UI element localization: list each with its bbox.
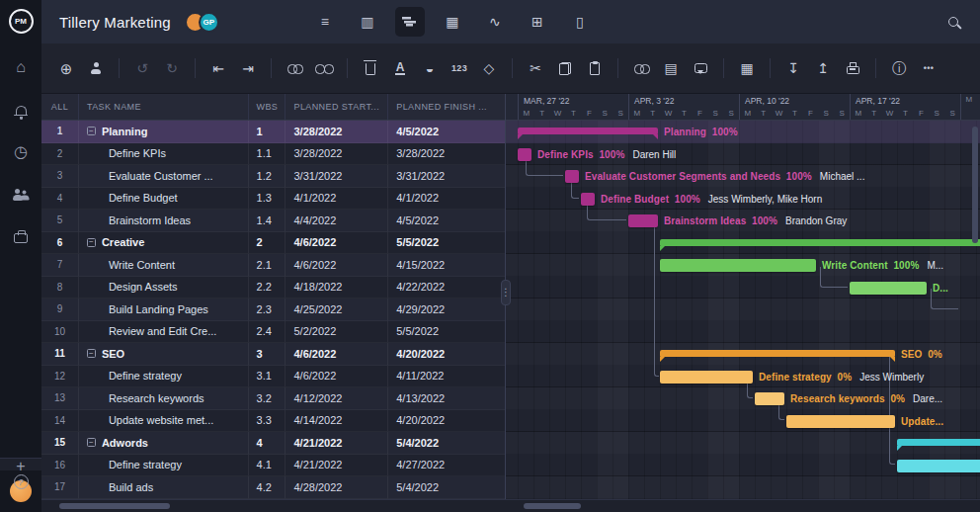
column-header-finish[interactable]: PLANNED FINISH ... (388, 94, 505, 120)
column-header-wbs[interactable]: WBS (249, 94, 286, 120)
collapse-icon[interactable]: − (87, 127, 96, 135)
pm-logo[interactable]: PM (9, 9, 34, 34)
gantt-bar[interactable] (660, 239, 980, 246)
table-row[interactable]: 13Research keywords3.24/12/20224/13/2022 (41, 387, 505, 410)
pane-splitter[interactable] (501, 280, 511, 305)
gantt-bar[interactable] (850, 282, 927, 295)
add-button[interactable]: + (0, 459, 41, 474)
delete-button[interactable] (358, 56, 383, 81)
collapse-icon[interactable]: − (87, 238, 96, 247)
member-avatar[interactable]: GP (199, 12, 219, 33)
search-button[interactable] (940, 9, 966, 35)
gantt-bar[interactable] (660, 259, 816, 272)
board-view-tab[interactable]: ▥ (353, 7, 382, 37)
table-row[interactable]: 14Update website met...3.34/14/20224/20/… (41, 410, 505, 433)
gantt-bar[interactable] (660, 371, 753, 384)
redo-button[interactable]: ↻ (159, 56, 185, 81)
task-name-cell[interactable]: Review and Edit Cre... (79, 321, 249, 344)
task-name-cell[interactable]: −Creative (79, 232, 249, 255)
vertical-scroll-thumb[interactable] (972, 127, 978, 243)
attach-link-button[interactable] (628, 56, 654, 81)
number-format-button[interactable]: 123 (447, 56, 472, 81)
more-options-button[interactable]: ••• (916, 56, 941, 81)
task-name-cell[interactable]: Evaluate Customer ... (79, 165, 249, 188)
projects-button[interactable] (0, 215, 41, 258)
table-row[interactable]: 2Define KPIs1.13/28/20223/28/2022 (41, 143, 505, 166)
table-row[interactable]: 3Evaluate Customer ...1.23/31/20223/31/2… (41, 165, 505, 188)
columns-button[interactable]: ▦ (734, 56, 760, 81)
chart-view-tab[interactable]: ∿ (480, 7, 510, 37)
task-name-cell[interactable]: Build Landing Pages (79, 299, 249, 321)
home-button[interactable]: ⌂ (0, 45, 41, 88)
gantt-bar[interactable] (786, 415, 895, 428)
task-name-cell[interactable]: Write Content (79, 254, 249, 277)
notifications-button[interactable] (0, 88, 41, 130)
gantt-bar[interactable] (628, 214, 658, 227)
gantt-bar[interactable] (565, 170, 579, 183)
sheet-view-tab[interactable]: ▦ (438, 7, 467, 37)
gantt-scroll-thumb[interactable] (524, 503, 581, 509)
table-row[interactable]: 5Brainstorm Ideas1.44/4/20224/5/2022 (41, 210, 505, 232)
milestone-button[interactable]: ◇ (476, 56, 502, 81)
text-format-button[interactable]: A (387, 56, 413, 81)
help-button[interactable] (0, 474, 41, 489)
indent-button[interactable]: ⇥ (235, 56, 261, 81)
task-name-cell[interactable]: Define strategy (79, 366, 249, 388)
gantt-bar[interactable] (660, 350, 895, 357)
gantt-bar[interactable] (581, 193, 595, 206)
table-row[interactable]: 9Build Landing Pages2.34/25/20224/29/202… (41, 299, 505, 321)
table-row[interactable]: 17Build ads4.24/28/20225/4/2022 (41, 476, 505, 499)
paste-button[interactable] (582, 56, 608, 81)
column-header-start[interactable]: PLANNED START... (286, 94, 388, 120)
gantt-bar[interactable] (518, 148, 531, 161)
task-name-cell[interactable]: −Planning (79, 121, 249, 143)
task-name-cell[interactable]: Update website met... (79, 410, 249, 433)
fill-color-button[interactable]: ◒ (417, 56, 443, 81)
collapse-icon[interactable]: − (87, 349, 96, 358)
gantt-bar[interactable] (897, 460, 980, 472)
add-assignee-button[interactable] (83, 56, 109, 81)
collapse-icon[interactable]: − (87, 438, 96, 447)
table-row[interactable]: 12Define strategy3.14/6/20224/11/2022 (41, 366, 505, 388)
table-row[interactable]: 11−SEO34/6/20224/20/2022 (41, 343, 505, 366)
cut-button[interactable]: ✂ (523, 56, 548, 81)
column-header-num[interactable]: ALL (41, 94, 79, 120)
task-name-cell[interactable]: Define strategy (79, 455, 249, 477)
table-row[interactable]: 15−Adwords44/21/20225/4/2022 (41, 432, 505, 455)
print-button[interactable] (840, 56, 865, 81)
recent-button[interactable]: ◷ (0, 130, 41, 173)
notes-button[interactable]: ▤ (658, 56, 684, 81)
task-name-cell[interactable]: Build ads (79, 476, 249, 499)
calendar-view-tab[interactable]: ⊞ (523, 7, 552, 37)
column-header-name[interactable]: TASK NAME (79, 94, 249, 120)
task-name-cell[interactable]: Define Budget (79, 188, 249, 211)
info-button[interactable]: ⓘ (886, 56, 912, 81)
add-task-button[interactable]: ⊕ (53, 56, 79, 81)
unlink-tasks-button[interactable] (311, 56, 337, 81)
gantt-bar[interactable] (755, 392, 784, 405)
export-button[interactable]: ↥ (810, 56, 836, 81)
task-name-cell[interactable]: −SEO (79, 343, 249, 366)
undo-button[interactable]: ↺ (129, 56, 155, 81)
table-row[interactable]: 16Define strategy4.14/21/20224/27/2022 (41, 455, 505, 477)
task-name-cell[interactable]: Define KPIs (79, 143, 249, 166)
outdent-button[interactable]: ⇤ (205, 56, 231, 81)
task-name-cell[interactable]: −Adwords (79, 432, 249, 455)
grid-scroll-thumb[interactable] (59, 503, 170, 509)
task-name-cell[interactable]: Research keywords (79, 387, 249, 410)
table-row[interactable]: 10Review and Edit Cre...2.45/2/20225/5/2… (41, 321, 505, 344)
gantt-bar[interactable] (518, 128, 658, 134)
copy-button[interactable] (552, 56, 578, 81)
table-row[interactable]: 1−Planning13/28/20224/5/2022 (41, 121, 505, 143)
table-row[interactable]: 6−Creative24/6/20225/5/2022 (41, 232, 505, 255)
task-name-cell[interactable]: Brainstorm Ideas (79, 210, 249, 232)
gantt-bar[interactable] (897, 439, 980, 446)
table-row[interactable]: 7Write Content2.14/6/20224/15/2022 (41, 254, 505, 277)
import-button[interactable]: ↧ (780, 56, 806, 81)
table-row[interactable]: 8Design Assets2.24/18/20224/22/2022 (41, 277, 505, 299)
task-name-cell[interactable]: Design Assets (79, 277, 249, 299)
list-view-tab[interactable]: ≡ (310, 7, 340, 37)
comment-button[interactable] (688, 56, 713, 81)
link-tasks-button[interactable] (282, 56, 307, 81)
team-button[interactable] (0, 173, 41, 215)
